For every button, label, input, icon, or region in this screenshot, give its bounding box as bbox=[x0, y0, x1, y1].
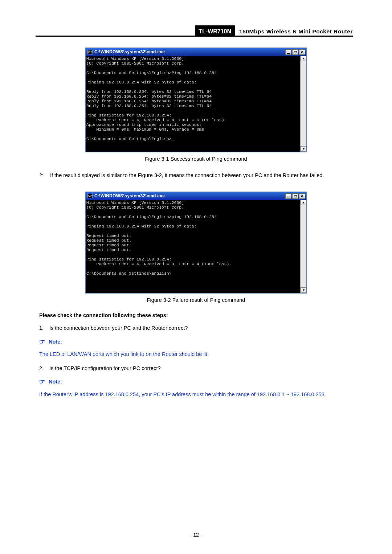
scroll-track[interactable] bbox=[301, 61, 306, 146]
minimize-button[interactable] bbox=[285, 193, 291, 199]
minimize-button[interactable] bbox=[285, 49, 291, 55]
step-text: Is the connection between your PC and th… bbox=[49, 324, 353, 333]
step-number: 2. bbox=[39, 364, 49, 373]
svg-marker-3 bbox=[302, 289, 305, 291]
bullet-icon: ➢ bbox=[39, 170, 50, 181]
pointing-hand-icon: ☞ bbox=[39, 376, 45, 387]
note-1-text: The LED of LAN/WAN ports which you link … bbox=[39, 349, 353, 360]
pointing-hand-icon: ☞ bbox=[39, 336, 45, 348]
cmd-title-text: C:\WINDOWS\system32\cmd.exe bbox=[94, 192, 285, 200]
step-text: Is the TCP/IP configuration for your PC … bbox=[49, 364, 353, 373]
cmd-icon: C:\ bbox=[87, 50, 93, 54]
cmd-output: Microsoft Windows XP [Version 5.1.2600] … bbox=[86, 200, 300, 293]
figure-caption-2: Figure 3-2 Failure result of Ping comman… bbox=[39, 296, 353, 305]
note-label: Note: bbox=[49, 377, 62, 386]
model-box: TL-WR710N bbox=[195, 25, 235, 36]
svg-marker-1 bbox=[302, 148, 305, 149]
scroll-track[interactable] bbox=[301, 205, 306, 287]
scroll-down-icon[interactable] bbox=[301, 146, 306, 152]
note-heading: ☞ Note: bbox=[39, 376, 353, 387]
svg-marker-0 bbox=[302, 58, 305, 59]
close-button[interactable]: × bbox=[299, 49, 305, 55]
page-header: TL-WR710N 150Mbps Wireless N Mini Pocket… bbox=[36, 25, 353, 37]
note-2-text: If the Router's IP address is 192.168.0.… bbox=[39, 390, 353, 400]
page-number: - 12 - bbox=[0, 531, 392, 539]
scrollbar[interactable] bbox=[300, 200, 306, 293]
scroll-up-icon[interactable] bbox=[301, 200, 306, 205]
cmd-window-failure: C:\ C:\WINDOWS\system32\cmd.exe × Micros… bbox=[85, 192, 307, 294]
cmd-titlebar: C:\ C:\WINDOWS\system32\cmd.exe × bbox=[86, 48, 306, 56]
header-title: 150Mbps Wireless N Mini Pocket Router bbox=[235, 25, 353, 36]
cmd-icon: C:\ bbox=[87, 194, 93, 198]
bullet-paragraph: ➢ If the result displayed is similar to … bbox=[39, 170, 353, 181]
close-button[interactable]: × bbox=[299, 193, 305, 199]
steps-heading: Please check the connection following th… bbox=[39, 311, 353, 320]
scroll-up-icon[interactable] bbox=[301, 56, 306, 61]
bullet-text: If the result displayed is similar to th… bbox=[50, 170, 353, 181]
note-label: Note: bbox=[49, 337, 62, 346]
maximize-button[interactable] bbox=[292, 49, 298, 55]
step-2: 2. Is the TCP/IP configuration for your … bbox=[39, 364, 353, 373]
maximize-button[interactable] bbox=[292, 193, 298, 199]
cmd-title-text: C:\WINDOWS\system32\cmd.exe bbox=[94, 48, 285, 56]
note-heading: ☞ Note: bbox=[39, 336, 353, 348]
scrollbar[interactable] bbox=[300, 56, 306, 152]
cmd-titlebar: C:\ C:\WINDOWS\system32\cmd.exe × bbox=[86, 192, 306, 200]
cmd-output: Microsoft Windows XP [Version 5.1.2600] … bbox=[86, 56, 300, 152]
step-1: 1. Is the connection between your PC and… bbox=[39, 324, 353, 333]
scroll-down-icon[interactable] bbox=[301, 287, 306, 293]
step-number: 1. bbox=[39, 324, 49, 333]
figure-caption-1: Figure 3-1 Success result of Ping comman… bbox=[39, 155, 353, 164]
svg-marker-2 bbox=[302, 202, 305, 203]
cmd-window-success: C:\ C:\WINDOWS\system32\cmd.exe × Micros… bbox=[85, 48, 307, 152]
